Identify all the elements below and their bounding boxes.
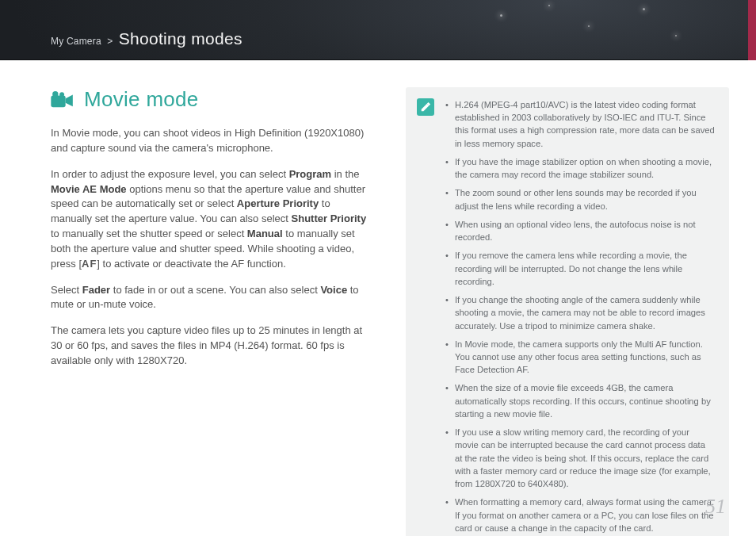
exposure-paragraph: In order to adjust the exposure level, y… [51, 167, 368, 272]
sparkle-decoration [675, 35, 677, 36]
fader-label: Fader [82, 284, 110, 296]
text: to manually set the shutter speed or sel… [51, 228, 247, 239]
note-item: If you use a slow writing memory card, t… [445, 426, 715, 490]
note-item: If you have the image stabilizer option … [445, 155, 715, 181]
svg-point-2 [52, 91, 58, 97]
text: in the [331, 168, 359, 180]
breadcrumb-parent: My Camera [51, 36, 101, 47]
aperture-priority-label: Aperture Priority [237, 197, 319, 209]
svg-rect-0 [51, 95, 65, 107]
text: ] to activate or deactivate the AF funct… [97, 258, 285, 270]
intro-paragraph: In Movie mode, you can shoot videos in H… [51, 126, 368, 156]
note-box: H.264 (MPEG-4 part10/AVC) is the latest … [406, 87, 729, 536]
sparkle-decoration [588, 25, 590, 27]
note-list: H.264 (MPEG-4 part10/AVC) is the latest … [445, 98, 715, 534]
shutter-priority-label: Shutter Priority [292, 212, 367, 224]
movie-ae-mode-label: Movie AE Mode [51, 183, 127, 195]
note-item: If you change the shooting angle of the … [445, 293, 715, 332]
left-column: Movie mode In Movie mode, you can shoot … [51, 87, 368, 536]
capture-limits-paragraph: The camera lets you capture video files … [51, 324, 368, 369]
fader-paragraph: Select Fader to fade in or out a scene. … [51, 283, 368, 313]
sparkle-decoration [548, 5, 550, 6]
note-pencil-icon [417, 98, 434, 116]
movie-camera-icon [51, 91, 74, 109]
page-number: 51 [705, 495, 726, 519]
text: In order to adjust the exposure level, y… [51, 168, 289, 180]
note-item: In Movie mode, the camera supports only … [445, 338, 715, 377]
svg-marker-1 [66, 94, 73, 106]
text: to fade in or out a scene. You can also … [110, 284, 320, 296]
note-item: When using an optional video lens, the a… [445, 218, 715, 243]
note-item: When formatting a memory card, always fo… [445, 496, 715, 534]
text: Select [51, 284, 82, 296]
manual-label: Manual [247, 228, 283, 239]
voice-label: Voice [320, 284, 347, 296]
note-item: If you remove the camera lens while reco… [445, 249, 715, 288]
page-header: My Camera > Shooting modes [0, 0, 756, 60]
note-item: When the size of a movie file exceeds 4G… [445, 381, 715, 420]
breadcrumb-separator: > [105, 36, 115, 47]
note-item: H.264 (MPEG-4 part10/AVC) is the latest … [445, 98, 715, 150]
breadcrumb: My Camera > Shooting modes [51, 29, 242, 48]
right-column: H.264 (MPEG-4 part10/AVC) is the latest … [406, 87, 729, 536]
page-content: Movie mode In Movie mode, you can shoot … [0, 60, 756, 536]
section-title-row: Movie mode [51, 87, 368, 112]
svg-point-3 [59, 92, 64, 97]
note-item: The zoom sound or other lens sounds may … [445, 186, 715, 212]
program-label: Program [289, 168, 331, 180]
section-title: Movie mode [84, 87, 199, 112]
sparkle-decoration [643, 8, 645, 10]
af-button-label: AF [82, 258, 97, 270]
breadcrumb-current: Shooting modes [119, 29, 242, 48]
sparkle-decoration [500, 14, 502, 17]
manual-page: My Camera > Shooting modes Movie mode In… [0, 0, 756, 536]
